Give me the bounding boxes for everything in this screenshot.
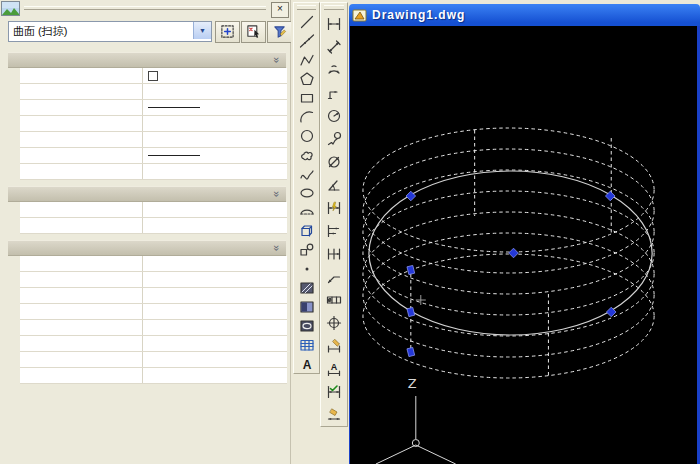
- rectangle-icon: [299, 90, 315, 106]
- toolbar-button-quick-dimension[interactable]: [321, 196, 347, 219]
- toolbar-button-arc[interactable]: [294, 107, 319, 126]
- property-value[interactable]: [143, 116, 287, 131]
- continue-dimension-icon: [326, 246, 342, 262]
- property-value[interactable]: [143, 320, 287, 335]
- toolbar-drag-handle[interactable]: [324, 5, 344, 10]
- toolbar-button-multiline-text[interactable]: A: [294, 354, 319, 373]
- property-value[interactable]: [143, 288, 287, 303]
- toolbar-button-dimension-style[interactable]: [321, 403, 347, 426]
- toolbar-button-spline[interactable]: [294, 164, 319, 183]
- toolbar-strip: A A: [291, 0, 348, 464]
- ellipse-arc-icon: [299, 204, 315, 220]
- toolbar-button-ellipse-arc[interactable]: [294, 202, 319, 221]
- toolbar-button-linear-dimension[interactable]: [321, 12, 347, 35]
- ucs-axis-leg: [416, 445, 456, 464]
- toolbar-button-dimension-update[interactable]: [321, 380, 347, 403]
- grip-point[interactable]: [407, 307, 415, 316]
- toolbar-button-gradient[interactable]: [294, 297, 319, 316]
- property-row: [20, 148, 287, 164]
- toolbar-button-arc-length-dimension[interactable]: [321, 58, 347, 81]
- property-row: [20, 320, 287, 336]
- toolbar-button-ellipse[interactable]: [294, 183, 319, 202]
- drawing-client-area[interactable]: Z: [349, 26, 700, 464]
- property-label: [20, 132, 143, 147]
- quick-select-button[interactable]: [215, 21, 240, 43]
- toolbar-button-aligned-dimension[interactable]: [321, 35, 347, 58]
- point-style-icon: [299, 261, 315, 277]
- toggle-pickadd-button[interactable]: [267, 21, 292, 43]
- toolbar-button-make-block[interactable]: [294, 240, 319, 259]
- section-header[interactable]: »: [8, 52, 286, 68]
- revision-cloud-icon: [299, 147, 315, 163]
- toolbar-button-ordinate-dimension[interactable]: [321, 81, 347, 104]
- toolbar-button-region[interactable]: [294, 316, 319, 335]
- property-value[interactable]: [143, 164, 287, 179]
- toolbar-button-jogged-dimension[interactable]: [321, 127, 347, 150]
- toolbar-button-construction-line[interactable]: [294, 31, 319, 50]
- drawing-title: Drawing1.dwg: [372, 8, 465, 22]
- drawing-canvas[interactable]: Z: [350, 26, 697, 464]
- grip-point[interactable]: [407, 265, 415, 274]
- quick-leader-icon: [326, 269, 342, 285]
- property-value[interactable]: [143, 218, 287, 233]
- toolbar-button-rectangle[interactable]: [294, 88, 319, 107]
- selected-object-label: 曲面 (扫掠): [13, 24, 67, 39]
- grip-point[interactable]: [509, 248, 519, 258]
- dwg-file-icon: [352, 7, 368, 23]
- toolbar-drag-handle[interactable]: [297, 5, 316, 10]
- toolbar-button-hatch[interactable]: [294, 278, 319, 297]
- toolbar-button-diameter-dimension[interactable]: [321, 150, 347, 173]
- property-value[interactable]: [143, 202, 287, 217]
- toolbar-button-quick-leader[interactable]: [321, 265, 347, 288]
- property-label: [20, 256, 143, 271]
- jogged-dimension-icon: [326, 131, 342, 147]
- section-header[interactable]: »: [8, 240, 286, 256]
- toolbar-button-dimension-edit[interactable]: [321, 334, 347, 357]
- toolbar-button-polyline[interactable]: [294, 50, 319, 69]
- toolbar-button-insert-block[interactable]: [294, 221, 319, 240]
- property-value[interactable]: [143, 336, 287, 351]
- property-value[interactable]: [143, 100, 287, 115]
- toolbar-button-point-style[interactable]: [294, 259, 319, 278]
- dimension-text-edit-icon: A: [326, 361, 342, 377]
- property-value[interactable]: [143, 148, 287, 163]
- toolbar-button-angular-dimension[interactable]: [321, 173, 347, 196]
- toolbar-button-line[interactable]: [294, 12, 319, 31]
- property-label: [20, 84, 143, 99]
- toolbar-button-center-mark[interactable]: [321, 311, 347, 334]
- object-selector-dropdown[interactable]: 曲面 (扫掠) ▼: [8, 21, 212, 42]
- property-row: [20, 256, 287, 272]
- property-value[interactable]: [143, 304, 287, 319]
- polygon-icon: [299, 71, 315, 87]
- toolbar-button-revision-cloud[interactable]: [294, 145, 319, 164]
- grip-point[interactable]: [407, 347, 415, 356]
- toolbar-button-dimension-text-edit[interactable]: A: [321, 357, 347, 380]
- property-value[interactable]: [143, 68, 287, 83]
- polyline-icon: [299, 52, 315, 68]
- property-row: [20, 272, 287, 288]
- linetype-sample: [148, 107, 200, 108]
- property-value[interactable]: [143, 368, 287, 383]
- property-value[interactable]: [143, 132, 287, 147]
- toolbar-button-continue-dimension[interactable]: [321, 242, 347, 265]
- dimension-style-icon: [326, 407, 342, 423]
- chevron-down-icon[interactable]: ▼: [193, 22, 211, 39]
- toolbar-button-table[interactable]: [294, 335, 319, 354]
- property-value[interactable]: [143, 272, 287, 287]
- toolbar-button-circle[interactable]: [294, 126, 319, 145]
- toolbar-button-polygon[interactable]: [294, 69, 319, 88]
- property-value[interactable]: [143, 256, 287, 271]
- drawing-window-titlebar[interactable]: Drawing1.dwg: [349, 4, 700, 26]
- section-header[interactable]: »: [8, 186, 286, 202]
- close-icon[interactable]: ×: [271, 2, 289, 18]
- toolbar-button-tolerance[interactable]: [321, 288, 347, 311]
- property-value[interactable]: [143, 352, 287, 367]
- ordinate-dimension-icon: [326, 85, 342, 101]
- toolbar-button-baseline-dimension[interactable]: [321, 219, 347, 242]
- palette-drag-handle[interactable]: [24, 6, 266, 10]
- select-objects-button[interactable]: [241, 21, 266, 43]
- property-label: [20, 218, 143, 233]
- region-icon: [299, 318, 315, 334]
- property-value[interactable]: [143, 84, 287, 99]
- toolbar-button-radius-dimension[interactable]: [321, 104, 347, 127]
